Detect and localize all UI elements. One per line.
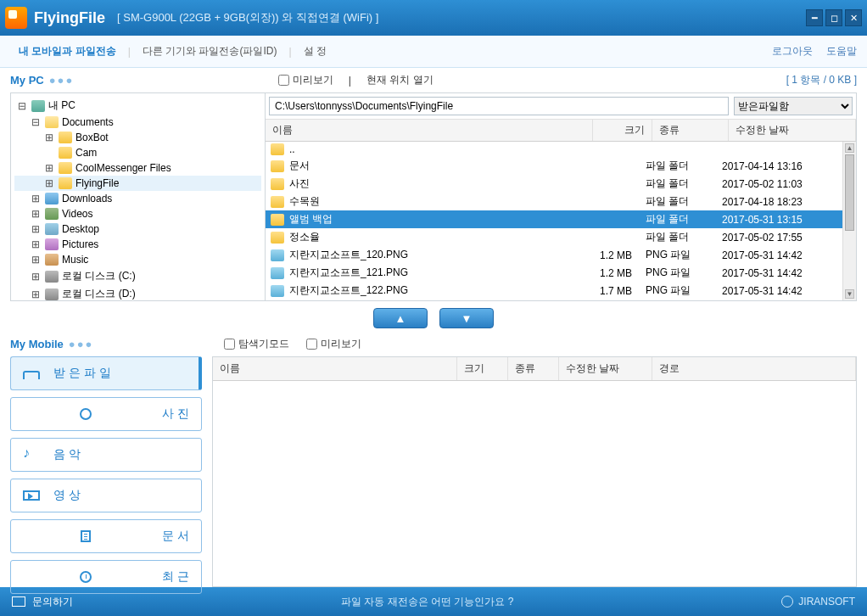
footer-tip[interactable]: 파일 자동 재전송은 어떤 기능인가요 ? [73, 595, 781, 609]
png-icon [271, 285, 284, 297]
folder-icon [271, 160, 284, 172]
tree-cam[interactable]: Cam [14, 145, 261, 160]
video-icon [23, 490, 40, 501]
folder-icon [271, 196, 284, 208]
upload-button[interactable]: ▲ [373, 308, 428, 328]
file-row-selected[interactable]: 앨범 백업파일 폴더2017-05-31 13:15 [266, 210, 842, 228]
jiransoft-icon [781, 596, 793, 608]
minimize-button[interactable]: ━ [806, 9, 823, 26]
mobile-nav: 받 은 파 일 사 진 음 악 영 상 문 서 최 근 [10, 356, 202, 587]
disk-icon [45, 288, 59, 300]
tree-flyingfile[interactable]: ⊞FlyingFile [14, 176, 261, 191]
address-row: 받은파일함 [266, 93, 856, 119]
preview-checkbox[interactable]: 미리보기 [278, 73, 333, 87]
scrollbar[interactable]: ▲▼ [842, 142, 856, 300]
help-link[interactable]: 도움말 [826, 44, 857, 59]
logout-link[interactable]: 로그아웃 [772, 44, 813, 59]
folder-icon [59, 162, 72, 174]
mcol-type[interactable]: 종류 [508, 357, 559, 380]
file-row[interactable]: 사진파일 폴더2017-05-02 11:03 [266, 175, 842, 193]
file-list-pane: 받은파일함 이름 크기 종류 수정한 날짜 .. 문서파일 폴더2017-04-… [266, 93, 856, 300]
col-name[interactable]: 이름 [266, 120, 593, 141]
col-date[interactable]: 수정한 날짜 [729, 120, 856, 141]
scroll-down-icon[interactable]: ▼ [845, 289, 854, 299]
window-controls: ━ ◻ ✕ [806, 9, 862, 26]
tree-boxbot[interactable]: ⊞BoxBot [14, 130, 261, 145]
tree-disk-c[interactable]: ⊞로컬 디스크 (C:) [14, 267, 261, 285]
nav-photos[interactable]: 사 진 [10, 397, 202, 431]
nav-documents[interactable]: 문 서 [10, 519, 202, 553]
clock-icon [80, 571, 92, 583]
brand-link[interactable]: JIRANSOFT [781, 596, 855, 608]
col-size[interactable]: 크기 [593, 120, 652, 141]
png-icon [271, 267, 284, 279]
folder-icon [59, 147, 72, 159]
scroll-thumb[interactable] [845, 154, 854, 231]
file-rows[interactable]: .. 문서파일 폴더2017-04-14 13:16 사진파일 폴더2017-0… [266, 142, 842, 300]
download-button[interactable]: ▼ [439, 308, 494, 328]
download-icon [45, 193, 59, 204]
video-icon [45, 208, 59, 220]
folder-icon [59, 132, 72, 143]
open-location-link[interactable]: 현재 위치 열기 [366, 73, 434, 87]
mcol-path[interactable]: 경로 [652, 357, 856, 380]
envelope-icon [12, 596, 25, 607]
file-row[interactable]: 정소율파일 폴더2017-05-02 17:55 [266, 228, 842, 246]
folder-icon [45, 116, 59, 128]
file-row[interactable]: 수목원파일 폴더2017-04-18 18:23 [266, 193, 842, 210]
folder-icon [271, 143, 284, 155]
file-row-up[interactable]: .. [266, 142, 842, 157]
tree-root-pc[interactable]: ⊟내 PC [14, 97, 261, 115]
scroll-up-icon[interactable]: ▲ [845, 143, 854, 153]
file-row[interactable]: 지란지교소프트_123.PNG966 KBPNG 파일2017-05-31 14… [266, 300, 842, 300]
dots-icon: ●●● [49, 74, 75, 87]
file-row[interactable]: 지란지교소프트_120.PNG1.2 MBPNG 파일2017-05-31 14… [266, 246, 842, 264]
tree-pictures[interactable]: ⊞Pictures [14, 237, 261, 252]
mobile-preview-checkbox[interactable]: 미리보기 [306, 337, 361, 351]
app-logo-icon [5, 7, 27, 29]
close-button[interactable]: ✕ [845, 9, 862, 26]
tree-desktop[interactable]: ⊞Desktop [14, 221, 261, 237]
tree-videos[interactable]: ⊞Videos [14, 206, 261, 221]
inquiry-link[interactable]: 문의하기 [12, 595, 73, 609]
music-note-icon [23, 448, 40, 462]
explorer-mode-checkbox[interactable]: 탐색기모드 [224, 337, 289, 351]
tab-fileid-transfer[interactable]: 다른 기기와 파일전송(파일ID) [134, 41, 286, 62]
folder-tree[interactable]: ⊟내 PC ⊟Documents ⊞BoxBot Cam ⊞CoolMessen… [11, 93, 266, 300]
title-bar: FlyingFile [ SM-G900L (22GB + 9GB(외장)) 와… [0, 0, 867, 36]
transfer-buttons: ▲ ▼ [0, 301, 867, 335]
col-type[interactable]: 종류 [652, 120, 729, 141]
folder-icon [271, 178, 284, 190]
tab-mobile-transfer[interactable]: 내 모바일과 파일전송 [10, 41, 125, 62]
tree-documents[interactable]: ⊟Documents [14, 115, 261, 130]
app-title: FlyingFile [34, 9, 105, 27]
desktop-icon [45, 223, 59, 235]
tree-music[interactable]: ⊞Music [14, 252, 261, 267]
menu-bar: 내 모바일과 파일전송 | 다른 기기와 파일전송(파일ID) | 설 정 로그… [0, 36, 867, 68]
mobile-section: 받 은 파 일 사 진 음 악 영 상 문 서 최 근 이름 크기 종류 수정한… [10, 356, 857, 587]
file-row[interactable]: 지란지교소프트_122.PNG1.7 MBPNG 파일2017-05-31 14… [266, 282, 842, 300]
tree-disk-d[interactable]: ⊞로컬 디스크 (D:) [14, 285, 261, 300]
mobile-section-header: My Mobile ●●● [10, 336, 93, 356]
inbox-icon [23, 371, 40, 379]
nav-received-files[interactable]: 받 은 파 일 [10, 356, 202, 390]
dots-icon: ●●● [69, 338, 94, 350]
tree-coolmessenger[interactable]: ⊞CoolMessenger Files [14, 160, 261, 176]
tree-downloads[interactable]: ⊞Downloads [14, 191, 261, 206]
address-input[interactable] [269, 97, 729, 115]
folder-icon [59, 177, 72, 189]
nav-music[interactable]: 음 악 [10, 438, 202, 472]
mcol-date[interactable]: 수정한 날짜 [559, 357, 652, 380]
mcol-name[interactable]: 이름 [213, 357, 457, 380]
mcol-size[interactable]: 크기 [457, 357, 508, 380]
file-row[interactable]: 문서파일 폴더2017-04-14 13:16 [266, 157, 842, 175]
pc-panes: ⊟내 PC ⊟Documents ⊞BoxBot Cam ⊞CoolMessen… [10, 92, 857, 301]
mobile-grid[interactable]: 이름 크기 종류 수정한 날짜 경로 [212, 356, 857, 587]
nav-recent[interactable]: 최 근 [10, 560, 202, 594]
maximize-button[interactable]: ◻ [825, 9, 842, 26]
target-folder-select[interactable]: 받은파일함 [734, 97, 853, 115]
file-row[interactable]: 지란지교소프트_121.PNG1.2 MBPNG 파일2017-05-31 14… [266, 264, 842, 282]
png-icon [271, 249, 284, 261]
nav-videos[interactable]: 영 상 [10, 479, 202, 512]
tab-settings[interactable]: 설 정 [295, 41, 335, 62]
